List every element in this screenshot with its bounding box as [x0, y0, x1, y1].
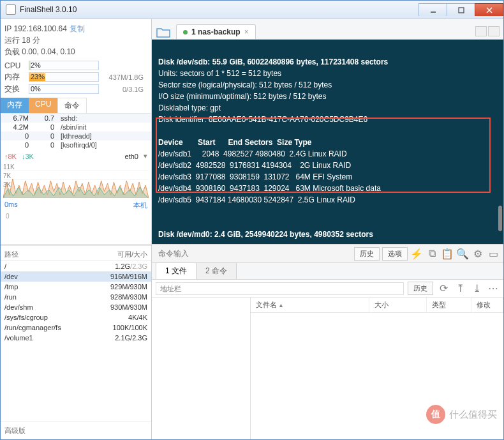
tab-cmd[interactable]: 命令 [57, 98, 87, 113]
app-window: FinalShell 3.0.10 IP 192.168.100.64复制 运行… [0, 0, 504, 440]
status-dot-icon [183, 30, 188, 34]
ping-ms: 0ms [4, 201, 18, 210]
more-icon[interactable]: ⋯ [487, 282, 500, 294]
scrollbar-thumb[interactable] [498, 206, 502, 231]
view-split-icon[interactable] [488, 26, 500, 36]
fs-row[interactable]: /1.2G/2.3G [1, 261, 151, 271]
history-button[interactable]: 历史 [354, 247, 380, 261]
swap-detail: 0/3.1G [103, 86, 147, 93]
fs-row[interactable]: /sys/fs/cgroup4K/4K [1, 312, 151, 322]
maximize-button[interactable] [447, 3, 475, 16]
copy-ip-link[interactable]: 复制 [70, 24, 85, 33]
minimize-button[interactable] [419, 3, 447, 16]
process-row[interactable]: 00[kthreadd] [1, 132, 151, 140]
process-row[interactable]: 6.7M0.7sshd: [1, 114, 151, 123]
host-info: IP 192.168.100.64复制 运行 18 分 负载 0.00, 0.0… [1, 19, 151, 60]
process-table: 6.7M0.7sshd:4.2M0/sbin/init00[kthreadd]0… [1, 114, 151, 149]
fs-row[interactable]: /dev/shm930M/930M [1, 302, 151, 312]
net-graph: 11K7K3K [3, 163, 149, 198]
col-filename[interactable]: 文件名▲ [251, 298, 369, 312]
app-title: FinalShell 3.0.10 [20, 5, 77, 14]
fs-header: 路径 可用/大小 [1, 248, 151, 261]
net-up: ↑8K [4, 153, 17, 160]
upload-icon[interactable]: ⤒ [454, 282, 466, 294]
ip-label: IP [4, 24, 11, 33]
file-tree[interactable] [152, 298, 251, 439]
swap-bar: 0% [29, 84, 99, 94]
watermark-text: 什么值得买 [449, 409, 497, 421]
window-buttons [419, 3, 503, 16]
folder-icon[interactable] [156, 26, 171, 39]
fs-col-path[interactable]: 路径 [4, 250, 90, 259]
mem-bar: 23% [29, 72, 99, 82]
expand-icon[interactable]: ▭ [487, 247, 500, 260]
tab-mem[interactable]: 内存 [1, 98, 29, 113]
history-button-2[interactable]: 历史 [408, 282, 433, 295]
fs-col-size[interactable]: 可用/大小 [90, 250, 147, 259]
divider[interactable] [1, 244, 151, 246]
gear-icon[interactable]: ⚙ [471, 247, 484, 260]
download-icon[interactable]: ⤓ [470, 282, 483, 294]
fs-list: /1.2G/2.3G/dev916M/916M/tmp929M/930M/run… [1, 261, 151, 343]
net-down: ↓3K [22, 153, 34, 160]
tab-files[interactable]: 1 文件 [156, 262, 196, 279]
options-button[interactable]: 选项 [382, 247, 408, 261]
bolt-icon[interactable]: ⚡ [410, 247, 423, 260]
fs-row[interactable]: /dev916M/916M [1, 271, 151, 282]
terminal[interactable]: Disk /dev/sdb: 55.9 GiB, 60022480896 byt… [152, 40, 503, 244]
refresh-icon[interactable]: ⟳ [437, 282, 450, 294]
edition-label[interactable]: 高级版 [1, 421, 151, 439]
session-tab[interactable]: 1 nas-backup × [176, 24, 256, 39]
cpu-label: CPU [4, 61, 25, 70]
sort-asc-icon: ▲ [278, 302, 284, 308]
mem-row: 内存 23% 437M/1.8G [1, 71, 151, 83]
svg-rect-1 [459, 8, 464, 13]
file-list-header: 文件名▲ 大小 类型 修改 [251, 298, 503, 313]
command-input[interactable] [156, 247, 354, 261]
cpu-bar: 2% [29, 61, 99, 70]
cpu-row: CPU 2% [1, 60, 151, 71]
session-tabbar: 1 nas-backup × [152, 19, 503, 40]
mem-label: 内存 [4, 72, 25, 82]
fs-row[interactable]: /run/cgmanager/fs100K/100K [1, 322, 151, 333]
main-split: IP 192.168.100.64复制 运行 18 分 负载 0.00, 0.0… [1, 19, 503, 439]
close-button[interactable] [475, 3, 503, 16]
ping-header: 0ms 本机 [1, 198, 151, 213]
left-panel: IP 192.168.100.64复制 运行 18 分 负载 0.00, 0.0… [1, 19, 152, 439]
swap-row: 交换 0% 0/3.1G [1, 83, 151, 95]
watermark: 值 什么值得买 [426, 405, 497, 424]
command-bar: 历史 选项 ⚡ ⧉ 📋 🔍 ⚙ ▭ [152, 244, 503, 263]
address-bar: 历史 ⟳ ⤒ ⤓ ⋯ [152, 280, 503, 298]
tab-cpu[interactable]: CPU [29, 98, 57, 113]
load: 负载 0.00, 0.04, 0.10 [4, 46, 145, 57]
fs-row[interactable]: /run928M/930M [1, 292, 151, 302]
ping-graph: 0 [3, 213, 149, 241]
view-grid-icon[interactable] [475, 26, 487, 36]
search-icon[interactable]: 🔍 [456, 247, 469, 260]
fs-row[interactable]: /volume12.1G/2.3G [1, 333, 151, 343]
mem-detail: 437M/1.8G [103, 73, 147, 81]
right-panel: 1 nas-backup × Disk /dev/sdb: 55.9 GiB, … [152, 19, 503, 439]
ip-value: 192.168.100.64 [13, 24, 66, 33]
proc-tabs: 内存 CPU 命令 [1, 98, 151, 114]
swap-label: 交换 [4, 84, 25, 95]
paste-icon[interactable]: 📋 [441, 247, 454, 260]
close-tab-icon[interactable]: × [244, 27, 249, 36]
ping-host: 本机 [133, 201, 147, 210]
fs-row[interactable]: /tmp929M/930M [1, 282, 151, 292]
net-iface: eth0 [125, 153, 138, 160]
net-header: ↑8K ↓3K eth0 ▾ [1, 149, 151, 163]
col-size[interactable]: 大小 [369, 298, 427, 312]
file-tabs: 1 文件 2 命令 [152, 263, 503, 280]
watermark-icon: 值 [426, 405, 445, 424]
col-type[interactable]: 类型 [427, 298, 471, 312]
process-row[interactable]: 4.2M0/sbin/init [1, 123, 151, 132]
tab-commands[interactable]: 2 命令 [196, 262, 237, 279]
uptime: 运行 18 分 [4, 34, 145, 46]
process-row[interactable]: 00[ksoftirqd/0] [1, 140, 151, 149]
session-tab-label: 1 nas-backup [191, 27, 241, 36]
col-modified[interactable]: 修改 [471, 298, 503, 312]
copy-icon[interactable]: ⧉ [426, 247, 438, 260]
dropdown-icon[interactable]: ▾ [144, 152, 147, 160]
address-input[interactable] [156, 282, 404, 295]
